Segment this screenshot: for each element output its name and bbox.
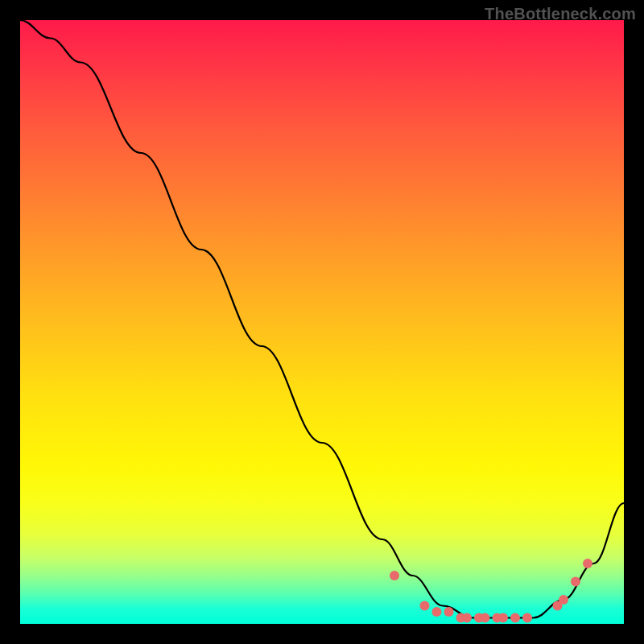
marker-point [510,613,520,623]
marker-point [420,601,430,611]
marker-point [432,607,442,617]
watermark-text: TheBottleneck.com [485,5,636,23]
marker-point [571,577,580,587]
marker-point [481,613,490,623]
curve-markers [390,559,592,623]
plot-area [20,20,624,624]
marker-point [390,571,399,580]
marker-point [498,613,508,623]
chart-container: TheBottleneck.com [0,0,644,644]
chart-svg [20,20,624,624]
marker-point [462,613,472,623]
marker-point [583,559,592,568]
bottleneck-curve [20,20,624,618]
marker-point [522,613,532,623]
marker-point [559,595,568,605]
marker-point [444,607,454,617]
